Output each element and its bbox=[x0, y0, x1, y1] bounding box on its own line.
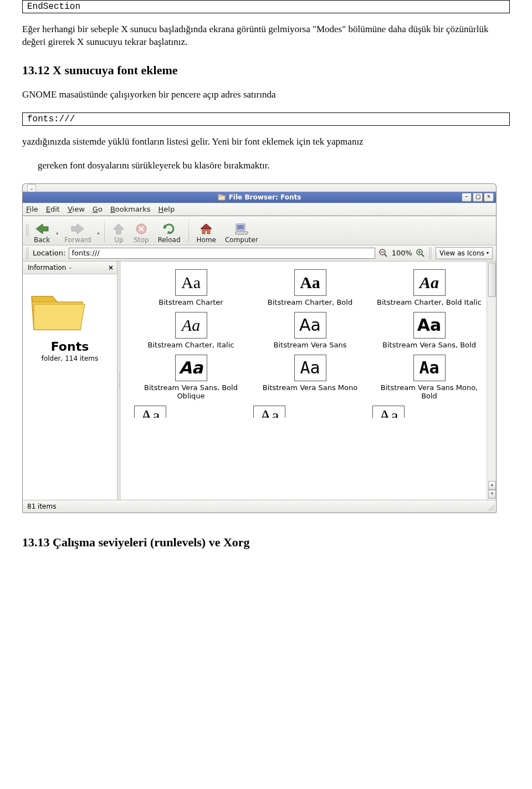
resize-grip-icon[interactable] bbox=[488, 504, 494, 511]
side-panel: Information ⌄ × Fonts folder, 114 it bbox=[23, 262, 117, 500]
computer-button[interactable]: Computer bbox=[221, 216, 263, 245]
location-grip2-icon[interactable] bbox=[429, 247, 432, 259]
font-label: Bitstream Charter, Bold Italic bbox=[377, 298, 482, 306]
svg-marker-2 bbox=[36, 224, 48, 234]
font-preview-icon: Aa bbox=[175, 269, 207, 296]
font-preview-icon: Aa bbox=[413, 312, 446, 339]
svg-marker-11 bbox=[201, 224, 212, 229]
chevron-down-icon: ▾ bbox=[487, 250, 489, 255]
back-dropdown-icon[interactable]: ▾ bbox=[54, 224, 60, 236]
font-item[interactable]: Aa Bitstream Vera Sans bbox=[253, 312, 367, 349]
svg-marker-3 bbox=[71, 224, 84, 234]
menu-file[interactable]: File bbox=[26, 205, 38, 213]
svg-rect-13 bbox=[237, 225, 244, 229]
svg-rect-14 bbox=[236, 232, 248, 234]
window-titlebar[interactable]: File Browser: Fonts – ▢ × bbox=[22, 192, 497, 203]
up-button[interactable]: Up bbox=[108, 216, 129, 245]
font-item-partial[interactable]: Aa bbox=[253, 406, 367, 418]
font-label: Bitstream Vera Sans Mono bbox=[263, 383, 357, 392]
paragraph-3b: gereken font dosyalarını sürükleyerek bu… bbox=[38, 160, 510, 172]
view-as-dropdown[interactable]: View as Icons ▾ bbox=[436, 247, 493, 259]
font-item[interactable]: Aa Bitstream Charter bbox=[134, 269, 248, 306]
toolbar-separator bbox=[104, 219, 105, 242]
status-bar: 81 items bbox=[22, 500, 497, 513]
menu-go[interactable]: Go bbox=[93, 205, 103, 213]
zoom-in-button[interactable] bbox=[416, 248, 426, 258]
font-preview-icon: Aa bbox=[294, 355, 326, 381]
file-browser-body: Information ⌄ × Fonts folder, 114 it bbox=[22, 262, 497, 500]
up-arrow-icon bbox=[112, 222, 125, 236]
folder-name: Fonts bbox=[27, 340, 112, 353]
font-item[interactable]: Aa Bitstream Vera Sans, Bold Oblique bbox=[134, 355, 248, 400]
font-item[interactable]: Aa Bitstream Vera Sans Mono bbox=[253, 355, 367, 400]
window-minimize-button[interactable]: – bbox=[462, 193, 472, 202]
forward-dropdown-icon[interactable]: ▾ bbox=[95, 224, 101, 236]
svg-line-16 bbox=[385, 254, 387, 257]
chevron-down-icon: ⌄ bbox=[68, 265, 72, 270]
font-label: Bitstream Charter bbox=[158, 298, 223, 306]
font-item[interactable]: Aa Bitstream Charter, Italic bbox=[134, 312, 248, 349]
font-item[interactable]: Aa Bitstream Vera Sans, Bold bbox=[372, 312, 486, 349]
window-close-button[interactable]: × bbox=[484, 193, 494, 202]
forward-arrow-icon bbox=[70, 222, 85, 236]
shelf-bar: ⌄ bbox=[22, 183, 497, 192]
menu-bookmarks[interactable]: Bookmarks bbox=[110, 205, 151, 213]
scroll-down-icon[interactable]: ▾ bbox=[488, 490, 496, 499]
side-panel-close-icon[interactable]: × bbox=[108, 264, 114, 271]
font-preview-icon: Aa bbox=[294, 269, 326, 296]
side-panel-selector[interactable]: Information ⌄ bbox=[26, 263, 74, 272]
font-item-partial[interactable]: Aa bbox=[134, 406, 248, 418]
code-fonts-url: fonts:/// bbox=[22, 112, 510, 126]
font-preview-icon: Aa bbox=[175, 312, 207, 339]
forward-button[interactable]: Forward bbox=[60, 216, 95, 245]
forward-label: Forward bbox=[64, 236, 91, 244]
font-label: Bitstream Vera Sans bbox=[274, 341, 347, 349]
section-13-12-title: 13.12 X sunucuya font ekleme bbox=[22, 63, 510, 78]
font-item-partial[interactable]: Aa bbox=[372, 406, 486, 418]
svg-marker-4 bbox=[114, 224, 124, 234]
side-panel-content: Fonts folder, 114 items bbox=[23, 274, 117, 500]
location-input[interactable] bbox=[69, 248, 375, 259]
font-label: Bitstream Vera Sans, Bold bbox=[382, 341, 476, 349]
zoom-out-button[interactable] bbox=[378, 248, 388, 258]
folder-small-icon bbox=[218, 193, 226, 201]
vertical-scrollbar[interactable]: ▴ ▾ bbox=[487, 262, 496, 500]
para3-span1: yazdığınızda sistemde yüklü fontların li… bbox=[22, 136, 364, 147]
menu-edit[interactable]: Edit bbox=[46, 205, 60, 213]
window-title: File Browser: Fonts bbox=[229, 193, 301, 201]
up-label: Up bbox=[114, 236, 123, 244]
home-icon bbox=[200, 222, 213, 236]
reload-button[interactable]: Reload bbox=[154, 216, 185, 245]
location-grip-icon[interactable] bbox=[26, 247, 29, 259]
icon-view[interactable]: Aa Bitstream Charter Aa Bitstream Charte… bbox=[121, 262, 496, 500]
folder-info: folder, 114 items bbox=[27, 355, 112, 362]
location-bar: Location: 100% View as Icons ▾ bbox=[22, 245, 497, 262]
section-13-13-title: 13.13 Çalışma seviyeleri (runlevels) ve … bbox=[22, 535, 510, 550]
stop-button[interactable]: Stop bbox=[129, 216, 153, 245]
font-preview-icon: Aa bbox=[372, 406, 405, 418]
svg-marker-23 bbox=[32, 296, 57, 302]
home-button[interactable]: Home bbox=[192, 216, 221, 245]
view-as-label: View as Icons bbox=[439, 249, 484, 257]
back-button[interactable]: Back bbox=[29, 216, 54, 245]
font-preview-icon: Aa bbox=[175, 355, 207, 381]
font-preview-icon: Aa bbox=[413, 355, 446, 381]
toolbar-separator-2 bbox=[188, 219, 189, 242]
reload-icon bbox=[162, 222, 176, 236]
back-arrow-icon bbox=[35, 222, 49, 236]
font-item[interactable]: Aa Bitstream Charter, Bold bbox=[253, 269, 367, 306]
svg-rect-1 bbox=[218, 194, 222, 196]
menu-help[interactable]: Help bbox=[158, 205, 175, 213]
toolbar: Back ▾ Forward ▾ Up Stop bbox=[22, 216, 497, 245]
scroll-thumb[interactable] bbox=[488, 263, 496, 297]
font-label: Bitstream Vera Sans, Bold Oblique bbox=[134, 383, 248, 400]
code-endsection: EndSection bbox=[22, 0, 510, 13]
font-label: Bitstream Charter, Italic bbox=[148, 341, 234, 349]
font-item[interactable]: Aa Bitstream Charter, Bold Italic bbox=[372, 269, 486, 306]
window-maximize-button[interactable]: ▢ bbox=[473, 193, 483, 202]
font-item[interactable]: Aa Bitstream Vera Sans Mono, Bold bbox=[372, 355, 486, 400]
menu-view[interactable]: View bbox=[68, 205, 85, 213]
scroll-up-icon[interactable]: ▴ bbox=[488, 481, 496, 490]
back-label: Back bbox=[34, 236, 50, 244]
computer-icon bbox=[234, 222, 249, 236]
